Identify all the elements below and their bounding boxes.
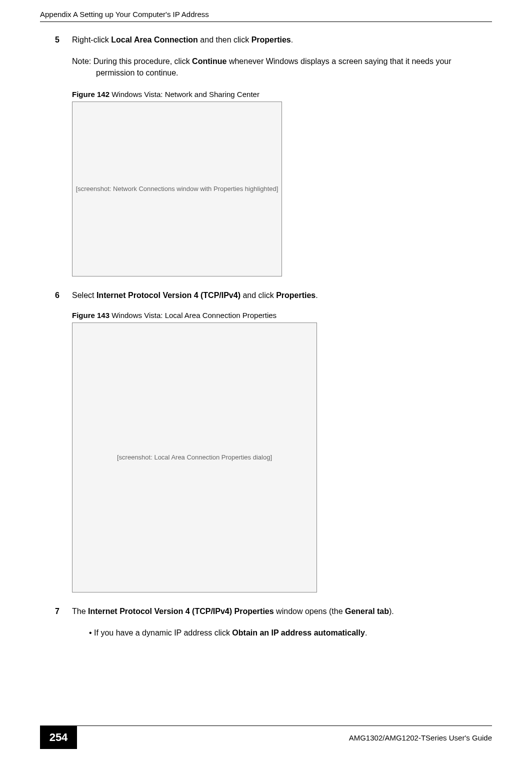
figure-143-label: Figure 143 — [72, 311, 110, 320]
step-6-text-2: and click — [240, 291, 276, 300]
step-6-text-1: Select — [72, 291, 96, 300]
figure-142-placeholder-text: [screenshot: Network Connections window … — [76, 185, 278, 192]
step-7-text-2: window opens (the — [274, 607, 345, 616]
figure-142-caption: Figure 142 Windows Vista: Network and Sh… — [72, 90, 492, 98]
figure-143-placeholder-text: [screenshot: Local Area Connection Prope… — [117, 454, 272, 461]
step-7-number: 7 — [55, 606, 72, 617]
step-6-body: Select Internet Protocol Version 4 (TCP/… — [72, 290, 492, 301]
step-5-text-3: . — [291, 36, 293, 44]
step-5: 5 Right-click Local Area Connection and … — [55, 34, 492, 46]
note-bold: Continue — [192, 57, 226, 66]
header-rule — [40, 22, 492, 22]
page-footer: 254 AMG1302/AMG1202-TSeries User's Guide — [0, 726, 532, 749]
note-block: Note: During this procedure, click Conti… — [72, 56, 472, 78]
running-head: Appendix A Setting up Your Computer's IP… — [40, 10, 492, 18]
page-number: 254 — [40, 726, 77, 749]
bullet-1-text-2: . — [365, 628, 367, 637]
bullet-1-marker: • — [89, 628, 94, 637]
step-7-text-3: ). — [389, 607, 394, 616]
step-5-text-2: and then click — [198, 36, 252, 44]
figure-142-label: Figure 142 — [72, 90, 110, 98]
step-5-bold-2: Properties — [252, 36, 291, 44]
figure-142-image: [screenshot: Network Connections window … — [72, 102, 282, 276]
step-7-bold-2: General tab — [345, 607, 389, 616]
step-5-text-1: Right-click — [72, 36, 111, 44]
step-5-body: Right-click Local Area Connection and th… — [72, 34, 492, 46]
step-6-bold-2: Properties — [276, 291, 316, 300]
step-5-number: 5 — [55, 34, 72, 46]
step-7: 7 The Internet Protocol Version 4 (TCP/I… — [55, 606, 492, 617]
bullet-1-bold: Obtain an IP address automatically — [232, 628, 365, 637]
step-6-bold-1: Internet Protocol Version 4 (TCP/IPv4) — [96, 291, 240, 300]
note-text-1: Note: During this procedure, click — [72, 57, 192, 66]
step-6-text-3: . — [316, 291, 318, 300]
guide-title: AMG1302/AMG1202-TSeries User's Guide — [349, 734, 492, 742]
step-6-number: 6 — [55, 290, 72, 301]
figure-143-image: [screenshot: Local Area Connection Prope… — [72, 322, 317, 592]
step-7-text-1: The — [72, 607, 88, 616]
figure-142-title: Windows Vista: Network and Sharing Cente… — [110, 90, 260, 98]
step-6: 6 Select Internet Protocol Version 4 (TC… — [55, 290, 492, 301]
bullet-1: • If you have a dynamic IP address click… — [89, 627, 492, 638]
bullet-1-text-1: If you have a dynamic IP address click — [94, 628, 232, 637]
figure-143-title: Windows Vista: Local Area Connection Pro… — [110, 311, 276, 320]
step-5-bold-1: Local Area Connection — [111, 36, 198, 44]
step-7-body: The Internet Protocol Version 4 (TCP/IPv… — [72, 606, 492, 617]
step-7-bold-1: Internet Protocol Version 4 (TCP/IPv4) P… — [88, 607, 274, 616]
figure-143-caption: Figure 143 Windows Vista: Local Area Con… — [72, 311, 492, 320]
